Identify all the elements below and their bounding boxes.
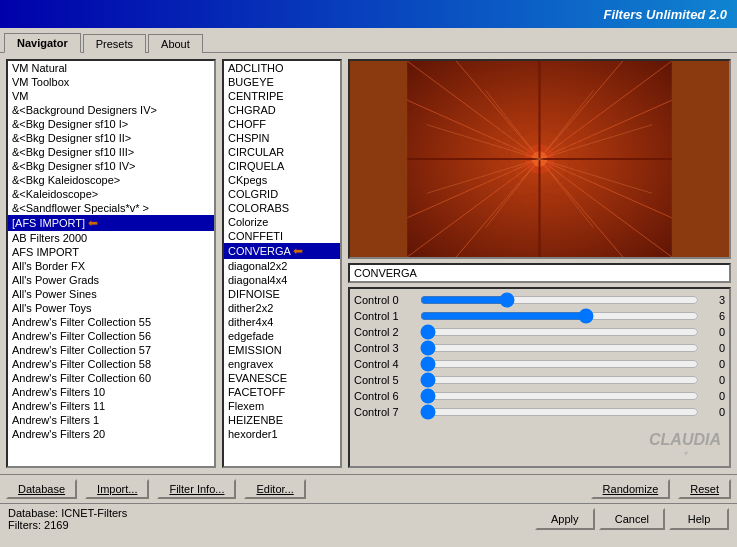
preview-area <box>348 59 731 259</box>
left-list-item[interactable]: Andrew's Filter Collection 60 <box>8 371 214 385</box>
control-value: 0 <box>705 406 725 418</box>
tab-presets[interactable]: Presets <box>83 34 146 53</box>
control-label: Control 5 <box>354 374 414 386</box>
control-value: 6 <box>705 310 725 322</box>
control-row: Control 4 0 <box>354 357 725 371</box>
control-slider[interactable] <box>420 373 699 387</box>
middle-list-item[interactable]: edgefade <box>224 329 340 343</box>
control-row: Control 0 3 <box>354 293 725 307</box>
title-bar: Filters Unlimited 2.0 <box>0 0 737 28</box>
left-list-item[interactable]: &<Bkg Kaleidoscope> <box>8 173 214 187</box>
middle-list-item[interactable]: COLGRID <box>224 187 340 201</box>
middle-list-item[interactable]: COLORABS <box>224 201 340 215</box>
filters-value: 2169 <box>44 519 68 531</box>
left-list-item[interactable]: VM <box>8 89 214 103</box>
middle-list-item[interactable]: CENTRIPE <box>224 89 340 103</box>
control-label: Control 4 <box>354 358 414 370</box>
left-list-item[interactable]: Andrew's Filter Collection 58 <box>8 357 214 371</box>
randomize-button[interactable]: Randomize <box>591 479 671 499</box>
control-value: 3 <box>705 294 725 306</box>
category-list[interactable]: VM NaturalVM ToolboxVM&<Background Desig… <box>8 61 214 466</box>
left-list-item[interactable]: All's Border FX <box>8 259 214 273</box>
left-list-item[interactable]: AFS IMPORT <box>8 245 214 259</box>
left-list-item[interactable]: Andrew's Filters 20 <box>8 427 214 441</box>
control-slider[interactable] <box>420 389 699 403</box>
control-slider[interactable] <box>420 325 699 339</box>
left-list-item[interactable]: Andrew's Filter Collection 55 <box>8 315 214 329</box>
filter-info-button[interactable]: Filter Info... <box>157 479 236 499</box>
left-list-item[interactable]: &<Background Designers IV> <box>8 103 214 117</box>
middle-list-item[interactable]: Flexem <box>224 399 340 413</box>
import-button[interactable]: Import... <box>85 479 149 499</box>
middle-list-item[interactable]: CONVERGA ⬅ <box>224 243 340 259</box>
left-list-item[interactable]: [AFS IMPORT] ⬅ <box>8 215 214 231</box>
tab-navigator[interactable]: Navigator <box>4 33 81 53</box>
middle-list-item[interactable]: CHOFF <box>224 117 340 131</box>
middle-list-item[interactable]: Colorize <box>224 215 340 229</box>
filter-list-wrapper: ADCLITHOBUGEYECENTRIPECHGRADCHOFFCHSPINC… <box>222 59 342 468</box>
left-list-item[interactable]: All's Power Sines <box>8 287 214 301</box>
control-slider[interactable] <box>420 341 699 355</box>
control-value: 0 <box>705 390 725 402</box>
control-slider[interactable] <box>420 293 699 307</box>
left-list-item[interactable]: Andrew's Filter Collection 56 <box>8 329 214 343</box>
database-label: Database: <box>8 507 58 519</box>
middle-list-item[interactable]: engravex <box>224 357 340 371</box>
control-label: Control 2 <box>354 326 414 338</box>
control-slider[interactable] <box>420 309 699 323</box>
middle-list-item[interactable]: CONFFETI <box>224 229 340 243</box>
middle-list-item[interactable]: CKpegs <box>224 173 340 187</box>
filters-label: Filters: <box>8 519 41 531</box>
left-list-item[interactable]: All's Power Grads <box>8 273 214 287</box>
middle-list-item[interactable]: CHSPIN <box>224 131 340 145</box>
left-list-item[interactable]: AB Filters 2000 <box>8 231 214 245</box>
tab-about[interactable]: About <box>148 34 203 53</box>
middle-list-item[interactable]: FACETOFF <box>224 385 340 399</box>
middle-list-item[interactable]: dither4x4 <box>224 315 340 329</box>
middle-list-item[interactable]: EMISSION <box>224 343 340 357</box>
middle-list-item[interactable]: EVANESCE <box>224 371 340 385</box>
left-list-item[interactable]: &<Bkg Designer sf10 IV> <box>8 159 214 173</box>
left-list-item[interactable]: &<Bkg Designer sf10 I> <box>8 117 214 131</box>
editor-button[interactable]: Editor... <box>244 479 305 499</box>
middle-list-item[interactable]: BUGEYE <box>224 75 340 89</box>
left-list-item[interactable]: &<Kaleidoscope> <box>8 187 214 201</box>
left-list-item[interactable]: All's Power Toys <box>8 301 214 315</box>
footer-info: Database: ICNET-Filters Filters: 2169 <box>8 507 127 531</box>
middle-list-item[interactable]: diagonal4x4 <box>224 273 340 287</box>
left-list-item[interactable]: Andrew's Filters 10 <box>8 385 214 399</box>
apply-button[interactable]: Apply <box>535 508 595 530</box>
middle-list-item[interactable]: CHGRAD <box>224 103 340 117</box>
middle-list-item[interactable]: CIRQUELA <box>224 159 340 173</box>
cancel-button[interactable]: Cancel <box>599 508 665 530</box>
left-list-item[interactable]: &<Bkg Designer sf10 II> <box>8 131 214 145</box>
control-value: 0 <box>705 374 725 386</box>
controls-area: Control 0 3 Control 1 6 Control 2 0 Cont… <box>348 287 731 468</box>
middle-list-item[interactable]: hexorder1 <box>224 427 340 441</box>
middle-list-item[interactable]: DIFNOISE <box>224 287 340 301</box>
left-list-item[interactable]: VM Toolbox <box>8 75 214 89</box>
control-slider[interactable] <box>420 357 699 371</box>
left-list-item[interactable]: Andrew's Filter Collection 57 <box>8 343 214 357</box>
left-list-item[interactable]: &<Bkg Designer sf10 III> <box>8 145 214 159</box>
left-list-item[interactable]: VM Natural <box>8 61 214 75</box>
control-value: 0 <box>705 342 725 354</box>
middle-list-item[interactable]: ADCLITHO <box>224 61 340 75</box>
left-list-item[interactable]: &<Sandflower Specials*v* > <box>8 201 214 215</box>
control-label: Control 6 <box>354 390 414 402</box>
database-button[interactable]: Database <box>6 479 77 499</box>
middle-list-item[interactable]: HEIZENBE <box>224 413 340 427</box>
preview-image <box>350 61 729 257</box>
help-button[interactable]: Help <box>669 508 729 530</box>
reset-button[interactable]: Reset <box>678 479 731 499</box>
main-content: VM NaturalVM ToolboxVM&<Background Desig… <box>0 53 737 474</box>
left-list-item[interactable]: Andrew's Filters 1 <box>8 413 214 427</box>
middle-list-item[interactable]: CIRCULAR <box>224 145 340 159</box>
left-list-item[interactable]: Andrew's Filters 11 <box>8 399 214 413</box>
control-label: Control 1 <box>354 310 414 322</box>
middle-list-item[interactable]: dither2x2 <box>224 301 340 315</box>
middle-list-item[interactable]: diagonal2x2 <box>224 259 340 273</box>
control-slider[interactable] <box>420 405 699 419</box>
control-row: Control 2 0 <box>354 325 725 339</box>
filter-list[interactable]: ADCLITHOBUGEYECENTRIPECHGRADCHOFFCHSPINC… <box>224 61 340 466</box>
